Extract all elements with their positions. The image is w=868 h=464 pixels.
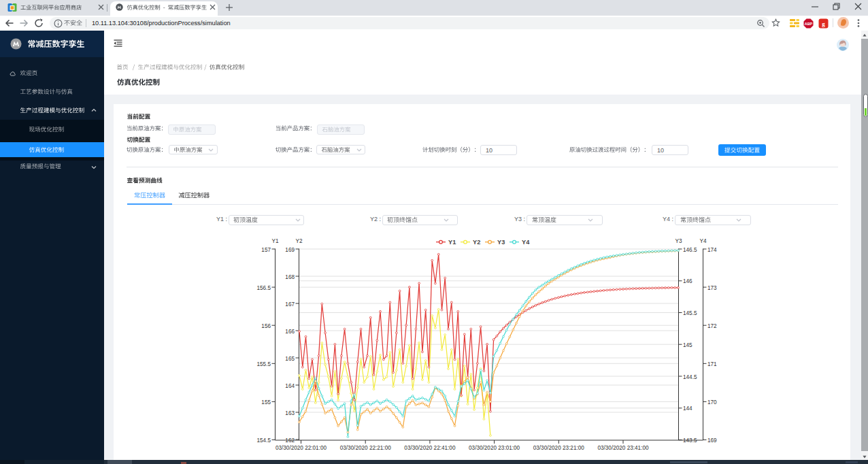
svg-text:157: 157 [261,247,271,253]
svg-text:Y1: Y1 [271,238,278,244]
svg-text:03/30/2020 22:21:00: 03/30/2020 22:21:00 [340,445,392,451]
svg-text:Y4: Y4 [699,238,706,244]
svg-text:164: 164 [285,383,295,389]
svg-text:Y2: Y2 [295,238,302,244]
svg-text:03/30/2020 23:41:00: 03/30/2020 23:41:00 [597,445,649,451]
svg-text:156.5: 156.5 [257,285,271,291]
svg-text:162: 162 [285,437,295,444]
svg-text:ABP: ABP [805,21,813,25]
svg-text:169: 169 [285,247,295,253]
svg-text:166: 166 [285,329,295,335]
svg-text:03/30/2020 22:41:00: 03/30/2020 22:41:00 [404,445,456,451]
svg-text:169: 169 [707,437,717,444]
svg-text:Y2: Y2 [473,239,480,246]
svg-text:g: g [822,20,825,27]
svg-text:03/30/2020 23:01:00: 03/30/2020 23:01:00 [469,445,520,451]
svg-text:Y3: Y3 [497,239,505,246]
svg-text:156: 156 [261,323,271,329]
svg-text:03/30/2020 22:01:00: 03/30/2020 22:01:00 [276,445,327,451]
svg-text:155.5: 155.5 [257,361,271,367]
svg-text:173: 173 [707,285,717,291]
svg-text:172: 172 [707,323,717,329]
svg-text:155: 155 [261,399,271,405]
svg-text:Y4: Y4 [522,239,530,246]
svg-text:Y1: Y1 [448,239,456,246]
svg-text:143.5: 143.5 [683,437,697,444]
svg-text:144: 144 [683,405,692,412]
svg-text:146: 146 [683,278,692,284]
svg-text:146.5: 146.5 [683,247,697,253]
svg-text:03/30/2020 23:21:00: 03/30/2020 23:21:00 [533,445,585,451]
svg-text:145: 145 [683,342,692,348]
svg-text:174: 174 [707,247,717,253]
svg-text:163: 163 [285,410,295,416]
svg-text:145.5: 145.5 [683,310,697,316]
svg-text:Y3: Y3 [675,238,682,244]
svg-text:171: 171 [707,361,717,367]
svg-text:154.5: 154.5 [257,437,271,444]
svg-text:165: 165 [285,356,295,362]
svg-text:167: 167 [285,301,295,308]
svg-text:168: 168 [285,274,295,280]
svg-text:144.5: 144.5 [683,374,697,380]
svg-text:170: 170 [707,399,717,405]
